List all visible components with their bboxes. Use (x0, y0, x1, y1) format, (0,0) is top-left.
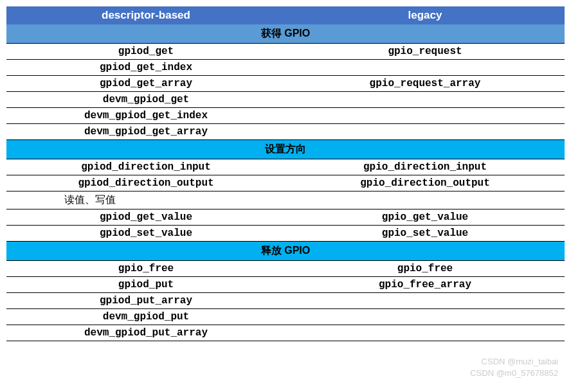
cell: gpio_request (286, 44, 565, 60)
gpio-api-table: descriptor-based legacy 获得 GPIO gpiod_ge… (6, 6, 565, 341)
cell (286, 92, 565, 108)
subsection-read-write: 读值、写值 (6, 192, 565, 209)
cell: gpiod_get (6, 44, 286, 60)
cell: devm_gpiod_get_array (6, 124, 286, 140)
table-row: gpiod_get_arraygpio_request_array (6, 76, 565, 92)
cell (286, 60, 565, 76)
cell: devm_gpiod_get_index (6, 108, 286, 124)
cell (286, 108, 565, 124)
cell: gpio_set_value (286, 226, 565, 242)
cell: gpiod_put (6, 277, 286, 293)
section-header-get-gpio: 获得 GPIO (6, 24, 565, 44)
table-row: gpiod_direction_outputgpio_direction_out… (6, 175, 565, 192)
table-row: devm_gpiod_get_index (6, 108, 565, 124)
header-col2: legacy (286, 6, 565, 24)
table-header-row: descriptor-based legacy (6, 6, 565, 24)
watermark-line1: CSDN @muzi_taibai (470, 356, 558, 368)
table-row: gpiod_direction_inputgpio_direction_inpu… (6, 159, 565, 175)
cell: gpio_free (6, 261, 286, 277)
section-header-direction: 设置方向 (6, 140, 565, 159)
cell (286, 124, 565, 140)
section-title: 获得 GPIO (6, 24, 565, 44)
table-row: devm_gpiod_put (6, 309, 565, 325)
table-row: gpiod_set_valuegpio_set_value (6, 226, 565, 242)
table-row: gpio_freegpio_free (6, 261, 565, 277)
table-row: gpiod_get_valuegpio_get_value (6, 209, 565, 226)
cell: gpio_request_array (286, 76, 565, 92)
table-row: gpiod_get_index (6, 60, 565, 76)
header-col1: descriptor-based (6, 6, 286, 24)
table-row: devm_gpiod_get (6, 92, 565, 108)
cell (286, 309, 565, 325)
table-row: devm_gpiod_get_array (6, 124, 565, 140)
cell: gpiod_get_value (6, 209, 286, 226)
cell: devm_gpiod_put (6, 309, 286, 325)
cell: gpiod_direction_output (6, 175, 286, 192)
cell: gpiod_get_array (6, 76, 286, 92)
cell: gpio_free_array (286, 277, 565, 293)
table-row: gpiod_put_array (6, 293, 565, 309)
table-row: devm_gpiod_put_array (6, 325, 565, 341)
cell: gpiod_get_index (6, 60, 286, 76)
table-row: gpiod_getgpio_request (6, 44, 565, 60)
cell: gpio_direction_input (286, 159, 565, 175)
section-title: 设置方向 (6, 140, 565, 159)
cell (286, 293, 565, 309)
section-header-free-gpio: 释放 GPIO (6, 242, 565, 261)
section-title: 释放 GPIO (6, 242, 565, 261)
watermark: CSDN @muzi_taibai CSDN @m0_57678852 (470, 356, 558, 379)
cell: gpio_get_value (286, 209, 565, 226)
cell: gpio_direction_output (286, 175, 565, 192)
cell: gpiod_set_value (6, 226, 286, 242)
cell: gpiod_direction_input (6, 159, 286, 175)
cell: devm_gpiod_put_array (6, 325, 286, 341)
table-row: gpiod_putgpio_free_array (6, 277, 565, 293)
cell: devm_gpiod_get (6, 92, 286, 108)
cell (286, 325, 565, 341)
subsection-title: 读值、写值 (6, 192, 565, 209)
cell: gpiod_put_array (6, 293, 286, 309)
cell: gpio_free (286, 261, 565, 277)
watermark-line2: CSDN @m0_57678852 (470, 368, 558, 379)
